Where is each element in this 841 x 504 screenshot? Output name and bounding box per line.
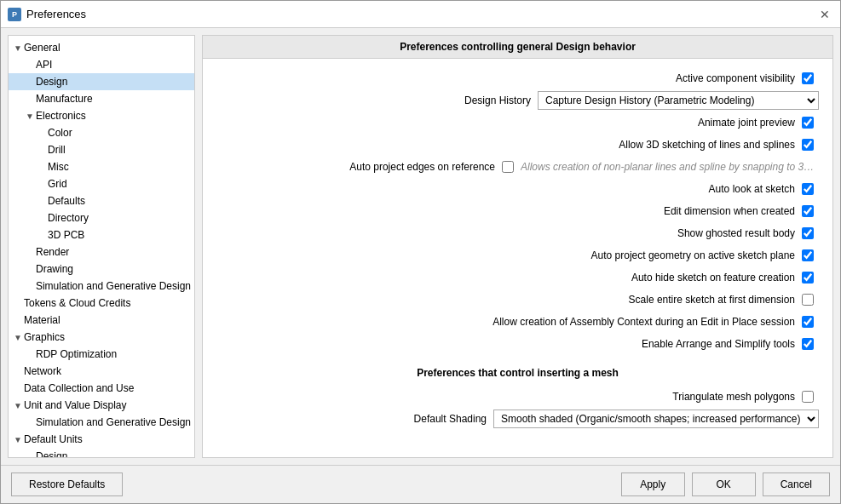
setting-row-animate-joint: Animate joint preview — [216, 113, 819, 132]
sidebar-item-label: Data Collection and Use — [24, 382, 191, 394]
sidebar-item-sim-gen-design[interactable]: Simulation and Generative Design — [9, 278, 194, 295]
checkbox-triangulate[interactable] — [802, 391, 814, 403]
checkbox-scale-sketch[interactable] — [802, 294, 814, 306]
sidebar-item-label: Material — [24, 314, 191, 326]
sidebar-item-label: 3D PCB — [48, 229, 191, 241]
checkbox-auto-project-geometry[interactable] — [802, 249, 814, 261]
tooltip-auto-project-edges: Allows creation of non-planar lines and … — [521, 161, 819, 173]
setting-label-arrange-simplify: Enable Arrange and Simplify tools — [642, 338, 795, 350]
setting-control-active-component — [802, 72, 819, 84]
setting-control-scale-sketch — [802, 294, 819, 306]
checkbox-assembly-context[interactable] — [802, 316, 814, 328]
setting-row-arrange-simplify: Enable Arrange and Simplify tools — [216, 335, 819, 353]
sidebar-item-sim-gen2[interactable]: Simulation and Generative Design — [9, 414, 194, 431]
setting-control-arrange-simplify — [802, 338, 819, 350]
toggle-icon: ▼ — [12, 435, 24, 444]
setting-label-auto-look: Auto look at sketch — [709, 183, 795, 195]
sidebar-item-design2[interactable]: Design — [9, 448, 194, 458]
checkbox-auto-project-edges[interactable] — [502, 161, 514, 173]
sidebar-item-data-collection[interactable]: Data Collection and Use — [9, 380, 194, 397]
svg-text:P: P — [12, 10, 17, 19]
toggle-icon: ▼ — [12, 333, 24, 342]
sidebar-item-directory[interactable]: Directory — [9, 209, 194, 226]
setting-row-3d-sketching: Allow 3D sketching of lines and splines — [216, 135, 819, 154]
sidebar-item-3d-pcb[interactable]: 3D PCB — [9, 226, 194, 243]
sidebar-item-default-units[interactable]: ▼Default Units — [9, 431, 194, 448]
sidebar-item-network[interactable]: Network — [9, 363, 194, 380]
setting-control-auto-look — [802, 183, 819, 195]
setting-row-default-shading: Default ShadingSmooth shaded (Organic/sm… — [216, 410, 819, 428]
setting-control-default-shading: Smooth shaded (Organic/smooth shapes; in… — [493, 410, 819, 428]
window-title: Preferences — [26, 8, 86, 20]
sidebar-item-color[interactable]: Color — [9, 124, 194, 141]
setting-row-auto-project-edges: Auto project edges on referenceAllows cr… — [216, 158, 819, 176]
sidebar-item-design[interactable]: Design — [9, 73, 194, 90]
ok-button[interactable]: OK — [692, 472, 756, 496]
sidebar-item-rdp[interactable]: RDP Optimization — [9, 346, 194, 363]
checkbox-animate-joint[interactable] — [802, 117, 814, 129]
sidebar-item-label: Directory — [48, 212, 191, 224]
app-icon: P — [8, 8, 21, 21]
setting-label-auto-hide-sketch: Auto hide sketch on feature creation — [631, 272, 795, 284]
setting-label-auto-project-geometry: Auto project geometry on active sketch p… — [591, 249, 795, 261]
checkbox-auto-hide-sketch[interactable] — [802, 272, 814, 284]
select-default-shading[interactable]: Smooth shaded (Organic/smooth shapes; in… — [493, 410, 819, 428]
checkbox-auto-look[interactable] — [802, 183, 814, 195]
sidebar-item-drawing[interactable]: Drawing — [9, 261, 194, 278]
sidebar-item-label: Default Units — [24, 433, 191, 445]
toggle-icon: ▼ — [12, 401, 24, 410]
bottom-right-buttons: Apply OK Cancel — [621, 472, 830, 496]
setting-label-scale-sketch: Scale entire sketch at first dimension — [629, 294, 795, 306]
sidebar-item-label: Unit and Value Display — [24, 399, 191, 411]
sidebar-item-label: Render — [36, 246, 191, 258]
sidebar-item-label: Design — [36, 76, 191, 88]
checkbox-show-ghosted[interactable] — [802, 227, 814, 239]
sidebar-item-label: General — [24, 42, 191, 54]
setting-label-animate-joint: Animate joint preview — [698, 117, 795, 129]
sidebar-item-grid[interactable]: Grid — [9, 175, 194, 192]
sidebar-item-defaults[interactable]: Defaults — [9, 192, 194, 209]
sidebar-item-label: API — [36, 59, 191, 71]
toggle-icon: ▼ — [12, 43, 24, 53]
sidebar-item-material[interactable]: Material — [9, 312, 194, 329]
setting-row-scale-sketch: Scale entire sketch at first dimension — [216, 290, 819, 309]
cancel-button[interactable]: Cancel — [763, 472, 830, 496]
sidebar-item-render[interactable]: Render — [9, 243, 194, 261]
apply-button[interactable]: Apply — [621, 472, 685, 496]
sidebar-item-tokens[interactable]: Tokens & Cloud Credits — [9, 295, 194, 312]
sidebar-item-graphics[interactable]: ▼Graphics — [9, 329, 194, 346]
sidebar-item-electronics[interactable]: ▼Electronics — [9, 107, 194, 124]
select-design-history[interactable]: Capture Design History (Parametric Model… — [538, 91, 819, 110]
sidebar-item-label: Graphics — [24, 331, 191, 343]
checkbox-arrange-simplify[interactable] — [802, 338, 814, 350]
sidebar-item-misc[interactable]: Misc — [9, 158, 194, 175]
close-button[interactable]: ✕ — [816, 6, 833, 23]
setting-control-triangulate — [802, 391, 819, 403]
setting-label-default-shading: Default Shading — [414, 413, 487, 425]
restore-defaults-button[interactable]: Restore Defaults — [11, 472, 123, 496]
sidebar-item-label: Design — [36, 450, 191, 458]
sidebar-item-label: RDP Optimization — [36, 348, 191, 360]
sidebar-item-unit-value[interactable]: ▼Unit and Value Display — [9, 397, 194, 414]
setting-row-auto-look: Auto look at sketch — [216, 180, 819, 198]
setting-control-edit-dimension — [802, 205, 819, 217]
sidebar-item-label: Electronics — [36, 110, 191, 122]
sidebar-item-label: Misc — [48, 161, 191, 173]
checkbox-edit-dimension[interactable] — [802, 205, 814, 217]
setting-control-3d-sketching — [802, 139, 819, 151]
setting-label-active-component: Active component visibility — [676, 72, 795, 84]
sidebar-item-label: Defaults — [48, 195, 191, 207]
setting-control-auto-hide-sketch — [802, 272, 819, 284]
titlebar-left: P Preferences — [8, 8, 86, 21]
sidebar-item-label: Simulation and Generative Design — [36, 416, 191, 428]
setting-control-auto-project-geometry — [802, 249, 819, 261]
setting-label-triangulate: Triangulate mesh polygons — [672, 391, 795, 403]
setting-row-assembly-context: Allow creation of Assembly Context durin… — [216, 312, 819, 331]
checkbox-3d-sketching[interactable] — [802, 139, 814, 151]
sidebar-item-drill[interactable]: Drill — [9, 141, 194, 158]
toggle-icon: ▼ — [24, 112, 36, 121]
sidebar-item-api[interactable]: API — [9, 56, 194, 73]
sidebar-item-general[interactable]: ▼General — [9, 39, 194, 56]
sidebar-item-manufacture[interactable]: Manufacture — [9, 90, 194, 107]
checkbox-active-component[interactable] — [802, 72, 814, 84]
